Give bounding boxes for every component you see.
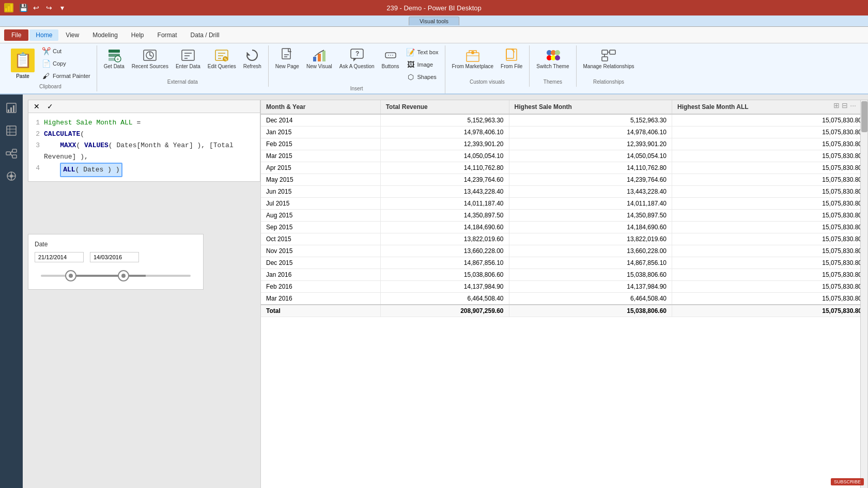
svg-rect-48	[8, 109, 9, 112]
copy-button[interactable]: 📄 Copy	[39, 58, 92, 69]
col-highest-sale-month: Highest Sale Month	[509, 100, 672, 114]
refresh-button[interactable]: Refresh	[241, 45, 264, 71]
save-button[interactable]: 💾	[18, 2, 29, 13]
svg-marker-27	[353, 58, 357, 61]
table-cell: 15,075,830.80	[672, 150, 867, 162]
format-painter-icon: 🖌	[41, 71, 51, 81]
title-bar-left: 💾 ↩ ↪ ▾	[4, 2, 68, 13]
dax-cancel-button[interactable]: ✕	[32, 101, 42, 112]
table-row: Feb 201614,137,984.9014,137,984.9015,075…	[261, 281, 867, 293]
table-row: Feb 201512,393,901.2012,393,901.2015,075…	[261, 138, 867, 150]
date-to-input[interactable]	[90, 252, 139, 262]
svg-line-59	[10, 153, 12, 156]
table-cell: 12,393,901.20	[380, 138, 509, 150]
paste-button[interactable]: 📋 Paste	[8, 47, 37, 81]
table-scroll[interactable]: Month & Year Total Revenue Highest Sale …	[261, 100, 867, 488]
scrollbar-thumb[interactable]	[861, 101, 867, 132]
date-slicer-label: Date	[35, 241, 197, 248]
get-data-button[interactable]: + Get Data	[101, 45, 127, 71]
visual-tools-tab[interactable]: Visual tools	[409, 17, 459, 25]
subscribe-badge[interactable]: SUBSCRIBE	[831, 478, 864, 485]
themes-content: Switch Theme	[534, 45, 571, 77]
redo-button[interactable]: ↪	[43, 2, 55, 13]
cut-button[interactable]: ✂️ Cut	[39, 45, 92, 57]
table-row: Nov 201513,660,228.0013,660,228.0015,075…	[261, 245, 867, 257]
custom-visuals-group-label: Custom visuals	[470, 77, 505, 85]
dax-confirm-button[interactable]: ✓	[45, 101, 55, 112]
shapes-button[interactable]: ⬡ Shapes	[404, 71, 441, 83]
menu-file[interactable]: File	[4, 29, 28, 41]
table-cell: 15,038,806.60	[509, 269, 672, 281]
table-cell: 14,184,690.60	[509, 222, 672, 233]
table-layout-icon[interactable]: ⊟	[842, 101, 848, 109]
new-visual-button[interactable]: New Visual	[304, 45, 335, 71]
svg-point-61	[10, 175, 13, 178]
sidebar-custom-visual-icon[interactable]	[2, 167, 21, 185]
undo-button[interactable]: ↩	[30, 2, 42, 13]
table-row: Mar 201514,050,054.1014,050,054.1015,075…	[261, 150, 867, 162]
date-range	[35, 252, 197, 262]
menu-help[interactable]: Help	[125, 29, 150, 41]
manage-relationships-button[interactable]: Manage Relationships	[581, 45, 637, 71]
svg-rect-25	[322, 51, 326, 61]
themes-group-label: Themes	[544, 77, 562, 85]
table-pin-icon[interactable]: ⊞	[833, 101, 840, 109]
ribbon-group-insert: New Page New Visual	[269, 45, 445, 93]
table-cell: 6,464,508.40	[380, 293, 509, 305]
menu-data-drill[interactable]: Data / Drill	[184, 29, 226, 41]
svg-point-33	[471, 51, 474, 54]
table-cell: Feb 2016	[261, 281, 380, 293]
thumb-inner-left	[69, 274, 73, 278]
content-area: ✕ ✓ 1 Highest Sale Month ALL = 2 CALCULA…	[23, 95, 868, 488]
slider-track	[41, 275, 191, 277]
total-label: Total	[261, 305, 380, 317]
slider-thumb-left[interactable]	[65, 270, 76, 281]
text-box-button[interactable]: 📝 Text box	[404, 46, 441, 58]
recent-sources-button[interactable]: Recent Sources	[129, 45, 171, 71]
format-painter-button[interactable]: 🖌 Format Painter	[39, 70, 92, 82]
image-icon: 🖼	[406, 60, 415, 69]
ribbon-group-clipboard: 📋 Paste ✂️ Cut 📄 Copy 🖌 Format Painter	[4, 45, 97, 91]
menu-modeling[interactable]: Modeling	[86, 29, 124, 41]
table-cell: 6,464,508.40	[509, 293, 672, 305]
from-marketplace-button[interactable]: From Marketplace	[450, 45, 497, 71]
table-row: Jul 201514,011,187.4014,011,187.4015,075…	[261, 198, 867, 210]
paste-icon: 📋	[11, 49, 35, 72]
date-from-input[interactable]	[35, 252, 84, 262]
menu-home[interactable]: Home	[29, 29, 58, 41]
sidebar-data-icon[interactable]	[2, 121, 21, 140]
table-row: Jun 201513,443,228.4013,443,228.4015,075…	[261, 186, 867, 198]
get-data-label: Get Data	[104, 64, 125, 69]
slider-thumb-right[interactable]	[118, 270, 129, 281]
from-file-button[interactable]: From File	[498, 45, 525, 71]
svg-rect-2	[10, 4, 12, 11]
new-visual-icon	[311, 47, 328, 64]
table-cell: Jun 2015	[261, 186, 380, 198]
slider-fill	[71, 275, 146, 277]
table-scrollbar[interactable]	[860, 100, 867, 488]
ask-a-question-button[interactable]: ? Ask A Question	[337, 45, 377, 71]
new-page-button[interactable]: New Page	[273, 45, 302, 71]
table-cell: 14,239,764.60	[380, 174, 509, 186]
menu-format[interactable]: Format	[151, 29, 183, 41]
edit-queries-button[interactable]: ✎ Edit Queries	[205, 45, 239, 71]
table-cell: 15,075,830.80	[672, 127, 867, 138]
sidebar-model-icon[interactable]	[2, 144, 21, 163]
sidebar-report-icon[interactable]	[2, 99, 21, 117]
enter-data-button[interactable]: Enter Data	[173, 45, 203, 71]
format-painter-label: Format Painter	[53, 73, 90, 79]
table-more-icon[interactable]: ···	[850, 101, 856, 109]
relationships-content: Manage Relationships	[581, 45, 637, 77]
table-cell: 5,152,963.30	[380, 114, 509, 127]
table-cell: Mar 2016	[261, 293, 380, 305]
table-cell: 14,050,054.10	[509, 150, 672, 162]
table-row: Jan 201615,038,806.6015,038,806.6015,075…	[261, 269, 867, 281]
menu-view[interactable]: View	[59, 29, 85, 41]
dax-code-area[interactable]: 1 Highest Sale Month ALL = 2 CALCULATE( …	[28, 113, 260, 181]
menu-bar: File Home View Modeling Help Format Data…	[0, 27, 868, 43]
image-button[interactable]: 🖼 Image	[404, 59, 441, 70]
switch-theme-button[interactable]: Switch Theme	[534, 45, 571, 71]
customize-qa-button[interactable]: ▾	[56, 2, 68, 13]
table-cell: 15,075,830.80	[672, 293, 867, 305]
buttons-button[interactable]: Buttons	[379, 45, 402, 71]
